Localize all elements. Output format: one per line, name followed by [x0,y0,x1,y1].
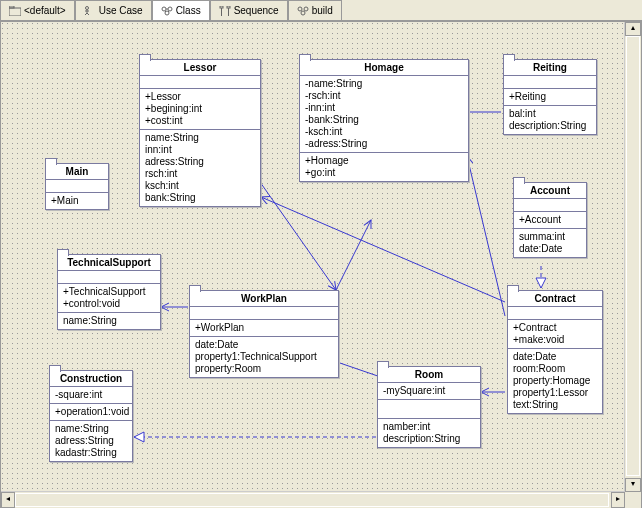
class-member: +Contract [513,322,597,334]
horizontal-scrollbar[interactable]: ◂ ▸ [1,491,625,508]
class-account[interactable]: Account +Account summa:int date:Date [513,182,587,258]
class-member: adress:String [145,156,255,168]
svg-point-18 [304,7,308,11]
class-title: Reiting [504,60,596,76]
class-notch-icon [299,54,311,61]
canvas-wrap: Main +Main Lessor +Lessor +begining:int … [0,21,642,508]
class-member: text:String [513,399,597,411]
class-member: +operation1:void [55,406,127,418]
tab-label: Sequence [234,5,279,16]
svg-rect-1 [9,6,14,8]
class-member: name:String [63,315,155,327]
scroll-thumb[interactable] [626,36,640,476]
class-member: +TechnicalSupport [63,286,155,298]
class-notch-icon [49,365,61,372]
class-title: Homage [300,60,468,76]
diagram-canvas[interactable]: Main +Main Lessor +Lessor +begining:int … [1,22,625,492]
class-member: property:Room [195,363,333,375]
class-member: kadastr:String [55,447,127,459]
class-member: +go:int [305,167,463,179]
class-member: +make:void [513,334,597,346]
scroll-left-button[interactable]: ◂ [1,492,15,508]
svg-rect-13 [220,6,223,8]
tab-sequence[interactable]: Sequence [210,0,288,20]
class-member: +Homage [305,155,463,167]
class-technical-support[interactable]: TechnicalSupport +TechnicalSupport +cont… [57,254,161,330]
class-room[interactable]: Room -mySquare:int namber:int descriptio… [377,366,481,448]
class-member: +Account [519,214,581,226]
svg-line-11 [165,11,166,12]
class-member: room:Room [513,363,597,375]
class-notch-icon [139,54,151,61]
class-member: -name:String [305,78,463,90]
class-title: Room [378,367,480,383]
class-member: namber:int [383,421,475,433]
class-title: Main [46,164,108,180]
tab-label: build [312,5,333,16]
class-member: name:String [145,132,255,144]
class-lessor[interactable]: Lessor +Lessor +begining:int +cost:int n… [139,59,261,207]
svg-point-7 [162,7,166,11]
class-member: +control:void [63,298,155,310]
class-member: -adress:String [305,138,463,150]
tab-label: Use Case [99,5,143,16]
scroll-down-button[interactable]: ▾ [625,478,641,492]
class-member: description:String [509,120,591,132]
class-title: Lessor [140,60,260,76]
class-title: Account [514,183,586,199]
class-title: TechnicalSupport [58,255,160,271]
class-homage[interactable]: Homage -name:String -rsch:int -inn:int -… [299,59,469,182]
svg-rect-0 [9,8,21,16]
scroll-up-button[interactable]: ▴ [625,22,641,36]
tab-class[interactable]: Class [152,0,210,20]
class-member: name:String [55,423,127,435]
class-icon [161,6,173,16]
class-member: +Lessor [145,91,255,103]
vertical-scrollbar[interactable]: ▴ ▾ [624,22,641,492]
class-notch-icon [507,285,519,292]
svg-point-17 [298,7,302,11]
svg-line-26 [467,156,505,316]
class-member: description:String [383,433,475,445]
class-member: -square:int [55,389,127,401]
class-member: -rsch:int [305,90,463,102]
class-title: Contract [508,291,602,307]
class-main[interactable]: Main +Main [45,163,109,210]
scroll-corner [625,492,641,508]
class-member: ksch:int [145,180,255,192]
class-member: property1:TechnicalSupport [195,351,333,363]
tab-default[interactable]: <default> [0,0,75,20]
class-member: summa:int [519,231,581,243]
class-member: bal:int [509,108,591,120]
build-icon [297,6,309,16]
usecase-icon [84,6,96,16]
svg-line-6 [87,13,89,15]
tab-usecase[interactable]: Use Case [75,0,152,20]
class-title: Construction [50,371,132,387]
class-member: property:Homage [513,375,597,387]
scroll-thumb[interactable] [15,493,609,507]
class-workplan[interactable]: WorkPlan +WorkPlan date:Date property1:T… [189,290,339,378]
class-notch-icon [45,158,57,165]
class-member: rsch:int [145,168,255,180]
class-notch-icon [503,54,515,61]
class-member: +Reiting [509,91,591,103]
class-member: date:Date [519,243,581,255]
svg-point-19 [301,11,305,15]
scroll-right-button[interactable]: ▸ [611,492,625,508]
class-member: -bank:String [305,114,463,126]
tab-label: <default> [24,5,66,16]
tab-build[interactable]: build [288,0,342,20]
class-title: WorkPlan [190,291,338,307]
svg-point-8 [168,7,172,11]
class-notch-icon [57,249,69,256]
class-member: +begining:int [145,103,255,115]
class-contract[interactable]: Contract +Contract +make:void date:Date … [507,290,603,414]
svg-line-5 [85,13,87,15]
class-construction[interactable]: Construction -square:int +operation1:voi… [49,370,133,462]
package-icon [9,6,21,16]
class-member: +Main [51,195,103,207]
class-notch-icon [377,361,389,368]
tab-label: Class [176,5,201,16]
class-reiting[interactable]: Reiting +Reiting bal:int description:Str… [503,59,597,135]
